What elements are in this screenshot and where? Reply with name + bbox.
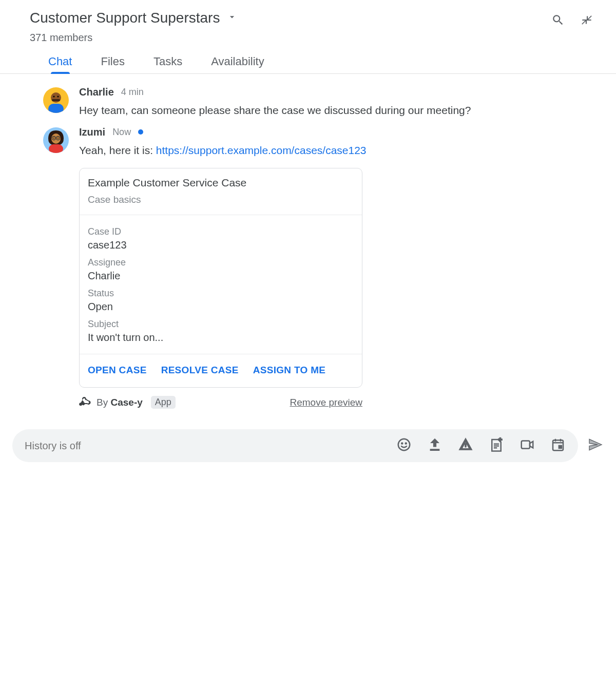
dropdown-icon[interactable] xyxy=(227,12,237,24)
field-label-assignee: Assignee xyxy=(88,257,354,268)
svg-rect-10 xyxy=(49,144,63,153)
tabs: Chat Files Tasks Availability xyxy=(30,55,606,73)
svg-point-2 xyxy=(53,96,55,98)
message-time: 4 min xyxy=(121,87,144,98)
field-label-case-id: Case ID xyxy=(88,226,354,237)
svg-point-13 xyxy=(405,443,407,444)
message-input[interactable] xyxy=(25,440,396,452)
docs-icon[interactable] xyxy=(489,437,504,454)
field-label-status: Status xyxy=(88,288,354,299)
tab-availability[interactable]: Availability xyxy=(211,55,264,73)
drive-icon[interactable] xyxy=(458,437,473,454)
field-value-subject: It won't turn on... xyxy=(88,332,354,344)
message-text-prefix: Yeah, here it is: xyxy=(79,144,156,156)
svg-point-9 xyxy=(57,138,59,139)
avatar xyxy=(43,87,69,113)
svg-point-12 xyxy=(401,443,403,444)
calendar-icon[interactable] xyxy=(550,437,566,454)
svg-rect-15 xyxy=(465,444,467,446)
tab-chat[interactable]: Chat xyxy=(48,55,72,73)
by-prefix: By xyxy=(97,397,110,408)
remove-preview-button[interactable]: Remove preview xyxy=(290,397,363,408)
field-value-case-id: case123 xyxy=(88,239,354,251)
members-count: 371 members xyxy=(30,32,606,44)
field-value-status: Open xyxy=(88,301,354,313)
svg-point-8 xyxy=(53,138,54,139)
card-title: Example Customer Service Case xyxy=(88,177,354,189)
tab-tasks[interactable]: Tasks xyxy=(153,55,182,73)
resolve-case-button[interactable]: RESOLVE CASE xyxy=(161,365,239,376)
search-icon[interactable] xyxy=(551,13,565,29)
message: Izumi Now Yeah, here it is: https://supp… xyxy=(43,126,585,410)
message-time: Now xyxy=(112,127,131,138)
message-text: Yeah, here it is: https://support.exampl… xyxy=(79,142,585,159)
open-case-button[interactable]: OPEN CASE xyxy=(88,365,147,376)
room-title: Customer Support Superstars xyxy=(30,10,220,26)
collapse-icon[interactable] xyxy=(580,13,593,29)
svg-rect-1 xyxy=(48,104,64,113)
svg-rect-4 xyxy=(52,99,60,101)
svg-point-3 xyxy=(57,96,59,98)
app-name: Case-y xyxy=(110,397,142,408)
case-link[interactable]: https://support.example.com/cases/case12… xyxy=(156,144,367,156)
message-text: Hey team, can someone please share the c… xyxy=(79,102,585,119)
card-subtitle: Case basics xyxy=(88,194,354,205)
avatar xyxy=(43,127,69,153)
message: Charlie 4 min Hey team, can someone plea… xyxy=(43,86,585,119)
webhook-icon xyxy=(79,395,91,410)
video-icon[interactable] xyxy=(519,437,535,454)
composer[interactable] xyxy=(12,429,578,462)
assign-to-me-button[interactable]: ASSIGN TO ME xyxy=(253,365,326,376)
svg-point-11 xyxy=(398,439,410,451)
unread-dot-icon xyxy=(138,129,143,135)
svg-rect-18 xyxy=(559,445,562,448)
send-icon[interactable] xyxy=(587,436,604,455)
emoji-icon[interactable] xyxy=(396,437,412,454)
link-preview-card: Example Customer Service Case Case basic… xyxy=(79,168,362,388)
field-label-subject: Subject xyxy=(88,319,354,330)
tab-files[interactable]: Files xyxy=(101,55,124,73)
app-badge: App xyxy=(151,396,176,409)
upload-icon[interactable] xyxy=(427,437,442,454)
field-value-assignee: Charlie xyxy=(88,270,354,282)
svg-rect-16 xyxy=(522,441,530,449)
message-author: Izumi xyxy=(79,126,105,138)
message-author: Charlie xyxy=(79,86,114,98)
